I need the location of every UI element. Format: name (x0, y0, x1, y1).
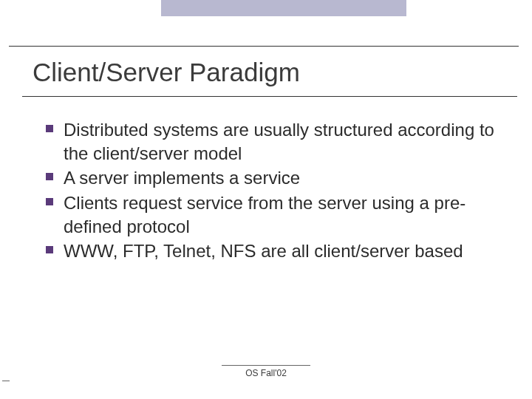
left-tick (2, 381, 10, 381)
bullet-text: Distributed systems are usually structur… (64, 120, 494, 163)
title-rule (22, 96, 517, 97)
top-rule (9, 46, 519, 47)
bullet-text: A server implements a service (64, 168, 300, 188)
bullet-list: Distributed systems are usually structur… (46, 118, 497, 265)
footer-text: OS Fall'02 (0, 368, 532, 378)
list-item: Distributed systems are usually structur… (46, 118, 497, 165)
bullet-icon (46, 198, 53, 205)
bullet-text: Clients request service from the server … (64, 193, 466, 236)
top-accent-bar (161, 0, 406, 16)
footer-rule (222, 365, 310, 366)
slide-title: Client/Server Paradigm (33, 58, 300, 87)
bullet-icon (46, 173, 53, 180)
bullet-text: WWW, FTP, Telnet, NFS are all client/ser… (64, 241, 463, 261)
bullet-icon (46, 246, 53, 253)
list-item: A server implements a service (46, 166, 497, 190)
list-item: Clients request service from the server … (46, 191, 497, 238)
bullet-icon (46, 125, 53, 132)
list-item: WWW, FTP, Telnet, NFS are all client/ser… (46, 239, 497, 263)
